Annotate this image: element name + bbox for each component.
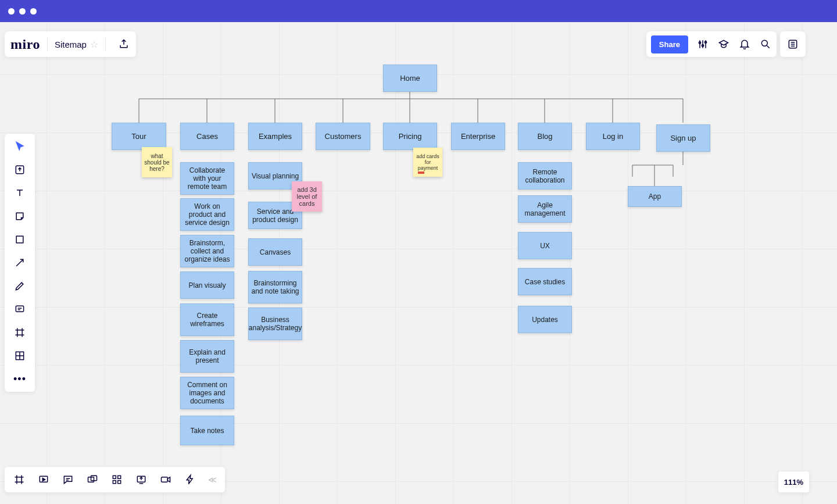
search-icon[interactable] <box>759 38 772 51</box>
card-cases-child[interactable]: Create wireframes <box>180 303 234 336</box>
window-control-dot[interactable] <box>19 8 26 15</box>
cards-icon[interactable] <box>86 473 99 486</box>
card-enterprise[interactable]: Enterprise <box>451 123 505 150</box>
board-header: miro Sitemap ☆ <box>5 31 136 57</box>
card-blog-child[interactable]: Agile management <box>518 195 572 223</box>
arrow-tool[interactable] <box>13 256 27 270</box>
star-icon[interactable]: ☆ <box>90 39 98 50</box>
divider <box>47 37 48 51</box>
template-tool[interactable] <box>13 163 27 177</box>
side-panel-toggle[interactable] <box>780 31 806 57</box>
card-blog-child[interactable]: Updates <box>518 306 572 333</box>
board-actions: Share <box>646 31 777 57</box>
miro-logo[interactable]: miro <box>10 37 40 52</box>
card-cases-child[interactable]: Brainstorm, collect and organize ideas <box>180 235 234 267</box>
card-cases-child[interactable]: Plan visualy <box>180 271 234 299</box>
activity-icon[interactable] <box>110 473 123 486</box>
card-cases-child[interactable]: Take notes <box>180 416 234 445</box>
settings-sliders-icon[interactable] <box>696 38 709 51</box>
divider <box>105 37 106 51</box>
card-signup-child[interactable]: App <box>628 186 682 207</box>
card-tour[interactable]: Tour <box>112 123 166 150</box>
collapse-icon[interactable]: ≪ <box>208 475 217 484</box>
card-pricing[interactable]: Pricing <box>383 123 437 150</box>
svg-rect-31 <box>118 481 121 484</box>
card-cases-child[interactable]: Comment on images and documents <box>180 377 234 409</box>
more-tools[interactable]: ••• <box>13 372 27 386</box>
zoom-level[interactable]: 111% <box>778 471 809 492</box>
presentation-icon[interactable] <box>37 473 50 486</box>
bolt-icon[interactable] <box>184 473 196 486</box>
frame-tool[interactable] <box>13 326 27 339</box>
card-examples-child[interactable]: Brainstorming and note taking <box>248 271 302 303</box>
card-customers[interactable]: Customers <box>316 123 370 150</box>
bell-icon[interactable] <box>738 38 751 51</box>
connector-lines <box>0 22 837 504</box>
sticky-note-tool[interactable] <box>13 209 27 223</box>
window-control-dot[interactable] <box>8 8 15 15</box>
share-screen-icon[interactable] <box>135 473 148 486</box>
card-examples-child[interactable]: Canvases <box>248 238 302 266</box>
card-examples[interactable]: Examples <box>248 123 302 150</box>
sticky-examples-note[interactable]: add 3d level of cards <box>292 181 322 212</box>
svg-rect-22 <box>16 236 23 243</box>
board-canvas[interactable]: Home Tour Cases Examples Customers Prici… <box>0 22 837 504</box>
pen-tool[interactable] <box>13 279 27 293</box>
export-icon[interactable] <box>117 38 130 51</box>
card-blog-child[interactable]: Case studies <box>518 268 572 295</box>
board-name[interactable]: Sitemap <box>55 40 87 49</box>
bottom-toolbar: ≪ <box>5 467 225 492</box>
sticky-tour-note[interactable]: what should be here? <box>142 147 172 177</box>
select-tool[interactable] <box>13 140 27 153</box>
card-blog-child[interactable]: Remote collaboration <box>518 162 572 190</box>
frames-icon[interactable] <box>13 473 26 486</box>
sticky-mark <box>418 171 424 174</box>
card-blog-child[interactable]: UX <box>518 232 572 259</box>
card-examples-child[interactable]: Business analysis/Strategy <box>248 308 302 340</box>
chat-icon[interactable] <box>62 473 74 486</box>
text-tool[interactable] <box>13 186 27 200</box>
card-home[interactable]: Home <box>383 65 437 92</box>
academy-icon[interactable] <box>717 38 730 51</box>
share-button[interactable]: Share <box>651 35 688 53</box>
card-cases[interactable]: Cases <box>180 123 234 150</box>
svg-rect-30 <box>113 481 116 484</box>
shape-tool[interactable] <box>13 233 27 246</box>
card-cases-child[interactable]: Explain and present <box>180 340 234 373</box>
window-control-dot[interactable] <box>30 8 37 15</box>
comment-tool[interactable] <box>13 302 27 316</box>
video-icon[interactable] <box>159 473 172 486</box>
window-titlebar <box>0 0 837 22</box>
card-cases-child[interactable]: Collaborate with your remote team <box>180 162 234 195</box>
card-login[interactable]: Log in <box>586 123 640 150</box>
svg-rect-28 <box>113 476 116 478</box>
card-signup[interactable]: Sign up <box>656 124 710 152</box>
svg-rect-33 <box>162 477 168 482</box>
left-toolbox: ••• <box>5 134 35 392</box>
svg-rect-29 <box>118 476 121 478</box>
card-cases-child[interactable]: Work on product and service design <box>180 198 234 231</box>
svg-point-19 <box>761 40 767 46</box>
card-blog[interactable]: Blog <box>518 123 572 150</box>
table-tool[interactable] <box>13 349 27 363</box>
svg-rect-23 <box>16 306 23 312</box>
